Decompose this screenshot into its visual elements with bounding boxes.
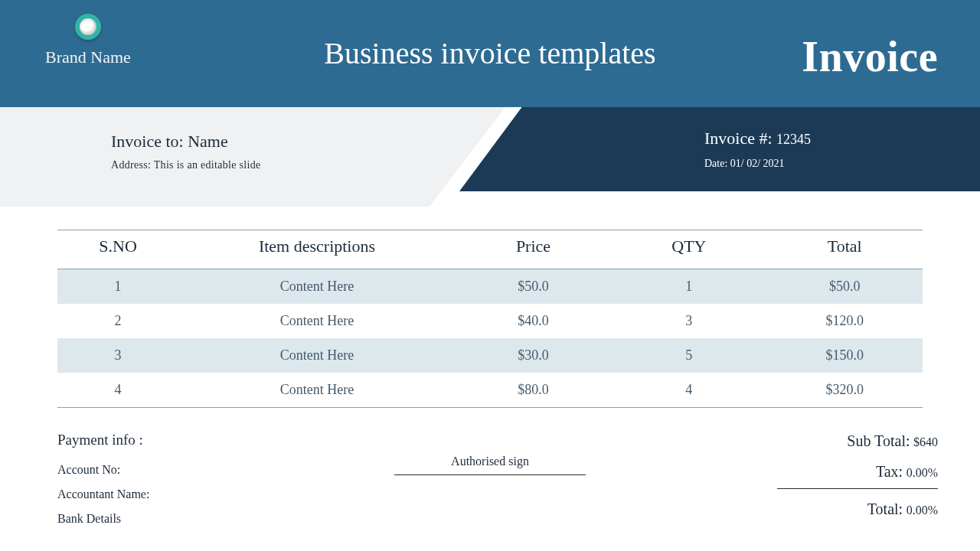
cell-total: $320.0 (767, 373, 923, 408)
invoice-number-value: 12345 (776, 132, 811, 147)
th-desc: Item descriptions (178, 230, 456, 269)
invoice-date-line: Date: 01/ 02/ 2021 (704, 158, 785, 170)
th-sno: S.NO (57, 230, 178, 269)
tax-label: Tax: (876, 463, 903, 480)
invoice-date-value: 01/ 02/ 2021 (730, 158, 785, 169)
cell-desc: Content Here (178, 304, 456, 338)
footer-area: Payment info : Account No: Accountant Na… (57, 425, 938, 540)
signature-block: Authorised sign (394, 455, 586, 475)
bill-to-panel: Invoice to: Name Address: This is an edi… (0, 107, 505, 207)
line-items-table-wrap: S.NO Item descriptions Price QTY Total 1… (57, 230, 923, 408)
totals-block: Sub Total: $640 Tax: 0.00% Total: 0.00% (777, 425, 938, 524)
subtotal-value: $640 (913, 435, 938, 448)
signature-label: Authorised sign (394, 455, 586, 473)
bill-to-name: Name (188, 132, 228, 151)
cell-qty: 5 (611, 338, 766, 373)
invoice-number-line: Invoice #: 12345 (704, 129, 811, 148)
line-items-table: S.NO Item descriptions Price QTY Total 1… (57, 230, 923, 408)
cell-price: $80.0 (456, 373, 611, 408)
info-strip: Invoice to: Name Address: This is an edi… (0, 107, 980, 207)
th-price: Price (456, 230, 611, 269)
cell-sno: 4 (57, 373, 178, 408)
totals-divider (777, 488, 938, 489)
cell-desc: Content Here (178, 269, 456, 305)
th-qty: QTY (611, 230, 766, 269)
tax-line: Tax: 0.00% (777, 456, 938, 487)
payment-accountant-label: Accountant Name: (57, 482, 149, 507)
grandtotal-value: 0.00% (906, 504, 938, 517)
invoice-date-label: Date: (704, 158, 727, 169)
brand-block: Brand Name (23, 14, 153, 67)
cell-sno: 1 (57, 269, 178, 305)
cell-sno: 2 (57, 304, 178, 338)
invoice-number-label: Invoice #: (704, 129, 773, 148)
cell-desc: Content Here (178, 373, 456, 408)
table-row: 2 Content Here $40.0 3 $120.0 (57, 304, 923, 338)
document-type-label: Invoice (802, 32, 938, 81)
th-total: Total (767, 230, 923, 269)
table-row: 1 Content Here $50.0 1 $50.0 (57, 269, 923, 305)
payment-bank-label: Bank Details (57, 507, 149, 531)
brand-logo-icon (75, 14, 101, 40)
tax-value: 0.00% (906, 466, 938, 479)
invoice-meta-panel: Invoice #: 12345 Date: 01/ 02/ 2021 (459, 107, 980, 191)
grandtotal-line: Total: 0.00% (777, 494, 938, 524)
bill-to-address-line: Address: This is an editable slide (111, 159, 505, 171)
payment-info-block: Payment info : Account No: Accountant Na… (57, 425, 149, 531)
table-header-row: S.NO Item descriptions Price QTY Total (57, 230, 923, 269)
bill-to-line: Invoice to: Name (111, 132, 505, 152)
payment-account-no-label: Account No: (57, 458, 149, 482)
table-row: 3 Content Here $30.0 5 $150.0 (57, 338, 923, 373)
cell-sno: 3 (57, 338, 178, 373)
subtotal-line: Sub Total: $640 (777, 425, 938, 456)
subtotal-label: Sub Total: (847, 432, 910, 449)
grandtotal-label: Total: (867, 500, 903, 517)
payment-info-heading: Payment info : (57, 425, 149, 455)
cell-price: $40.0 (456, 304, 611, 338)
cell-total: $150.0 (767, 338, 923, 373)
page-title: Business invoice templates (324, 35, 655, 71)
cell-price: $50.0 (456, 269, 611, 305)
bill-to-label: Invoice to: (111, 132, 184, 151)
invoice-slide: Brand Name Business invoice templates In… (0, 0, 980, 551)
brand-name: Brand Name (23, 47, 153, 67)
cell-qty: 1 (611, 269, 766, 305)
cell-total: $50.0 (767, 269, 923, 305)
cell-qty: 4 (611, 373, 766, 408)
cell-desc: Content Here (178, 338, 456, 373)
header-banner: Brand Name Business invoice templates In… (0, 0, 980, 107)
cell-total: $120.0 (767, 304, 923, 338)
address-label: Address: (111, 159, 151, 171)
cell-price: $30.0 (456, 338, 611, 373)
table-row: 4 Content Here $80.0 4 $320.0 (57, 373, 923, 408)
cell-qty: 3 (611, 304, 766, 338)
address-value: This is an editable slide (154, 159, 261, 171)
signature-line (394, 474, 586, 475)
